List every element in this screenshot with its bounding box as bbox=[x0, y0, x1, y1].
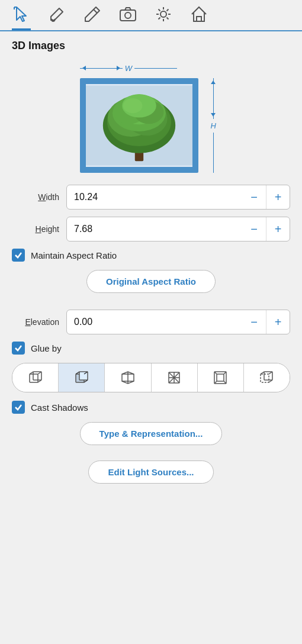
edit-light-sources-container: Edit Light Sources... bbox=[12, 461, 290, 492]
original-aspect-ratio-button[interactable]: Original Aspect Ratio bbox=[86, 270, 216, 293]
svg-line-9 bbox=[167, 9, 169, 11]
image-preview-container: W bbox=[12, 62, 290, 173]
cast-shadows-checkbox[interactable] bbox=[12, 401, 25, 414]
elevation-plus-button[interactable]: + bbox=[266, 310, 290, 334]
glue-by-checkbox[interactable] bbox=[12, 342, 25, 355]
width-minus-button[interactable]: − bbox=[242, 185, 266, 210]
toolbar bbox=[0, 0, 302, 31]
elevation-label: Elevation bbox=[12, 317, 59, 327]
view-option-6[interactable] bbox=[244, 363, 290, 392]
glue-by-row: Glue by bbox=[12, 342, 290, 355]
type-representation-button[interactable]: Type & Representation... bbox=[80, 422, 223, 445]
svg-point-1 bbox=[125, 12, 131, 18]
type-representation-container: Type & Representation... bbox=[12, 422, 290, 453]
height-dimension: H bbox=[211, 78, 216, 173]
view-option-1[interactable] bbox=[12, 363, 59, 392]
view-option-4[interactable] bbox=[152, 363, 198, 392]
brush-toolbar-icon[interactable] bbox=[47, 5, 66, 30]
image-frame bbox=[80, 78, 198, 173]
height-input-group: 7.68 − + bbox=[66, 217, 290, 242]
width-label: Width bbox=[12, 192, 59, 202]
elevation-value[interactable]: 0.00 bbox=[67, 317, 242, 327]
sun-toolbar-icon[interactable] bbox=[154, 5, 173, 30]
svg-rect-11 bbox=[197, 17, 201, 21]
cast-shadows-row: Cast Shadows bbox=[12, 401, 290, 414]
maintain-aspect-ratio-label: Maintain Aspect Ratio bbox=[31, 250, 117, 260]
width-dimension: W bbox=[80, 64, 177, 73]
maintain-aspect-ratio-row: Maintain Aspect Ratio bbox=[12, 249, 290, 262]
panel-title: 3D Images bbox=[12, 40, 290, 52]
tree-illustration bbox=[86, 84, 192, 167]
cursor-toolbar-icon[interactable] bbox=[12, 5, 31, 30]
svg-point-2 bbox=[160, 11, 166, 17]
view-selector bbox=[12, 363, 290, 392]
view-option-3[interactable] bbox=[105, 363, 151, 392]
width-input-group: 10.24 − + bbox=[66, 185, 290, 210]
cast-shadows-label: Cast Shadows bbox=[31, 402, 88, 413]
svg-point-23 bbox=[123, 98, 142, 113]
svg-rect-24 bbox=[30, 374, 38, 382]
svg-rect-0 bbox=[120, 10, 136, 21]
edit-light-sources-button[interactable]: Edit Light Sources... bbox=[88, 461, 213, 484]
height-value[interactable]: 7.68 bbox=[67, 224, 242, 234]
height-row: Height 7.68 − + bbox=[12, 217, 290, 242]
height-plus-button[interactable]: + bbox=[266, 217, 290, 242]
elevation-minus-button[interactable]: − bbox=[242, 310, 266, 334]
svg-line-7 bbox=[159, 9, 160, 11]
view-option-2[interactable] bbox=[59, 363, 105, 392]
height-label: Height bbox=[12, 224, 59, 234]
view-option-5[interactable] bbox=[198, 363, 244, 392]
original-aspect-ratio-container: Original Aspect Ratio bbox=[12, 270, 290, 301]
camera-toolbar-icon[interactable] bbox=[118, 5, 137, 30]
svg-line-8 bbox=[167, 18, 169, 20]
panel: 3D Images W bbox=[0, 31, 302, 511]
height-minus-button[interactable]: − bbox=[242, 217, 266, 242]
maintain-aspect-ratio-checkbox[interactable] bbox=[12, 249, 25, 262]
width-plus-button[interactable]: + bbox=[266, 185, 290, 210]
svg-rect-44 bbox=[217, 374, 224, 381]
svg-line-10 bbox=[159, 18, 160, 20]
pencil-toolbar-icon[interactable] bbox=[83, 5, 102, 30]
width-value[interactable]: 10.24 bbox=[67, 192, 242, 202]
h-label: H bbox=[211, 121, 216, 130]
width-row: Width 10.24 − + bbox=[12, 185, 290, 210]
elevation-input-group: 0.00 − + bbox=[66, 310, 290, 334]
w-label: W bbox=[125, 64, 132, 73]
glue-by-label: Glue by bbox=[31, 343, 62, 353]
house-toolbar-icon[interactable] bbox=[189, 5, 208, 30]
svg-rect-49 bbox=[261, 374, 269, 382]
elevation-row: Elevation 0.00 − + bbox=[12, 310, 290, 334]
